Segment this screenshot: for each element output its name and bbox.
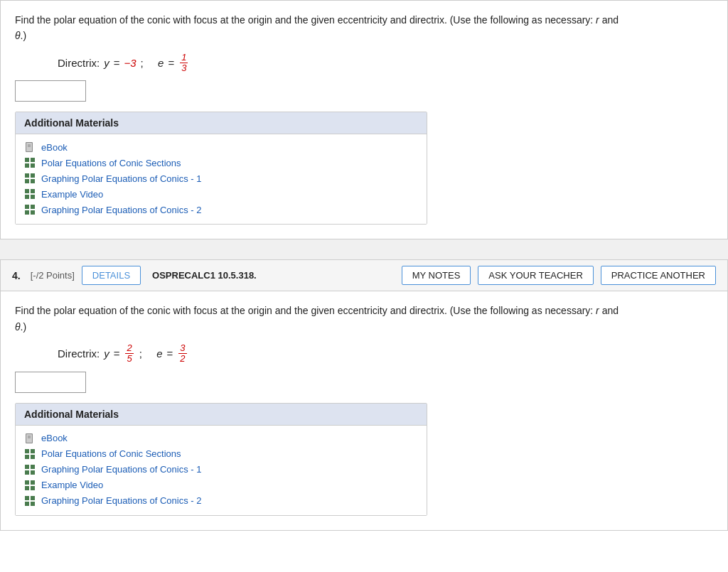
problem3-graphing2-label: Graphing Polar Equations of Conics - 2: [41, 205, 201, 215]
problem4-number: 4.: [12, 270, 21, 281]
my-notes-button[interactable]: MY NOTES: [402, 266, 471, 285]
problem4-ebook-label: eBook: [41, 433, 68, 443]
problem3-resource-polar[interactable]: Polar Equations of Conic Sections: [24, 157, 418, 168]
problem3-e-den: 3: [180, 63, 188, 73]
svg-rect-9: [31, 173, 35, 178]
svg-rect-24: [25, 449, 29, 453]
problem3-polar-label: Polar Equations of Conic Sections: [41, 158, 181, 168]
grid-icon-p4-1: [24, 448, 36, 460]
svg-rect-12: [25, 189, 29, 193]
problem3-resource-ebook[interactable]: eBook: [24, 141, 418, 153]
problem4-text: Find the polar equation of the conic wit…: [15, 303, 713, 335]
svg-rect-21: [26, 434, 32, 443]
problem4-resource-graphing2[interactable]: Graphing Polar Equations of Conics - 2: [24, 495, 418, 507]
problem3-additional-materials: Additional Materials eBook: [15, 112, 427, 225]
page-wrapper: Find the polar equation of the conic wit…: [0, 0, 728, 531]
problem4-directrix-num: 2: [125, 343, 133, 354]
problem4-directrix-den: 5: [125, 354, 133, 364]
problem3-text-part1: Find the polar equation of the conic wit…: [15, 14, 596, 26]
problem4-e-equals: =: [167, 347, 173, 360]
problem4-resource-polar[interactable]: Polar Equations of Conic Sections: [24, 448, 418, 460]
problem4-directrix-label: Directrix:: [58, 347, 100, 360]
problem4-y-eq: y: [104, 347, 109, 360]
problem4-video-label: Example Video: [41, 480, 103, 490]
problem3-video-label: Example Video: [41, 189, 103, 200]
grid-icon-p4-4: [24, 495, 36, 507]
problem4-semicolon: ;: [139, 347, 142, 360]
problem3-y-eq: y: [104, 57, 109, 69]
problem4-e-num: 3: [178, 343, 186, 354]
svg-rect-26: [25, 455, 29, 459]
details-button[interactable]: DETAILS: [82, 266, 141, 285]
problem4-e-label: e: [156, 347, 162, 360]
problem3-graphing1-label: Graphing Polar Equations of Conics - 1: [41, 173, 201, 184]
problem4-code: OSPRECALC1 10.5.318.: [152, 270, 257, 281]
svg-rect-25: [31, 449, 35, 453]
svg-rect-11: [31, 179, 35, 183]
svg-rect-15: [31, 195, 35, 199]
problem3-additional-materials-header: Additional Materials: [16, 112, 427, 134]
svg-rect-4: [25, 158, 29, 162]
problem4-directrix-line: Directrix: y = 2 5 ; e = 3 2: [58, 343, 713, 365]
problem4-end: .): [21, 321, 27, 333]
problem4-directrix-fraction: 2 5: [125, 343, 133, 365]
problem4-resource-video[interactable]: Example Video: [24, 480, 418, 491]
problem3-directrix-label: Directrix:: [58, 57, 100, 69]
problem3-theta: θ: [15, 30, 21, 41]
svg-rect-37: [31, 496, 35, 500]
svg-rect-33: [31, 480, 35, 485]
svg-rect-28: [25, 465, 29, 469]
ebook-icon-p4: [24, 433, 36, 444]
problem4-polar-label: Polar Equations of Conic Sections: [41, 448, 181, 459]
svg-rect-38: [25, 502, 29, 506]
problem4-e-fraction: 3 2: [178, 343, 186, 365]
problem4-section: Find the polar equation of the conic wit…: [0, 291, 728, 530]
svg-rect-18: [25, 210, 29, 215]
problem3-resource-graphing2[interactable]: Graphing Polar Equations of Conics - 2: [24, 204, 418, 215]
problem4-additional-materials-header: Additional Materials: [16, 404, 427, 426]
problem4-graphing2-label: Graphing Polar Equations of Conics - 2: [41, 495, 201, 506]
problem3-answer-input[interactable]: [15, 80, 86, 102]
problem4-equals: =: [114, 347, 120, 360]
ebook-icon: [24, 141, 36, 153]
section-spacer: [0, 239, 728, 259]
problem3-ebook-label: eBook: [41, 142, 68, 153]
svg-rect-10: [25, 179, 29, 183]
problem4-resource-graphing1[interactable]: Graphing Polar Equations of Conics - 1: [24, 464, 418, 475]
practice-another-button[interactable]: PRACTICE ANOTHER: [601, 266, 716, 285]
svg-rect-27: [31, 455, 35, 459]
grid-icon-p4-2: [24, 464, 36, 475]
svg-rect-39: [31, 502, 35, 506]
svg-rect-29: [31, 465, 35, 469]
problem4-resource-ebook[interactable]: eBook: [24, 433, 418, 444]
svg-rect-19: [31, 210, 35, 215]
problem4-additional-materials: Additional Materials eBook: [15, 403, 427, 516]
problem4-e-den: 2: [178, 354, 186, 364]
problem4-graphing1-label: Graphing Polar Equations of Conics - 1: [41, 464, 201, 475]
svg-rect-35: [31, 486, 35, 490]
problem3-e-label: e: [158, 57, 164, 69]
problem3-semicolon: ;: [141, 57, 144, 69]
problem4-and: and: [599, 305, 619, 316]
problem4-answer-input[interactable]: [15, 372, 86, 393]
svg-rect-1: [26, 143, 32, 151]
problem3-end: .): [21, 30, 27, 41]
problem3-e-equals: =: [168, 57, 174, 69]
problem3-text: Find the polar equation of the conic wit…: [15, 12, 713, 44]
svg-rect-7: [31, 163, 35, 168]
problem3-resource-graphing1[interactable]: Graphing Polar Equations of Conics - 1: [24, 173, 418, 184]
grid-icon-2: [24, 173, 36, 184]
problem3-e-fraction: 1 3: [180, 53, 188, 74]
svg-rect-36: [25, 496, 29, 500]
grid-icon-p4-3: [24, 480, 36, 491]
svg-rect-31: [31, 470, 35, 475]
problem3-resource-video[interactable]: Example Video: [24, 188, 418, 200]
problem3-directrix-line: Directrix: y = −3 ; e = 1 3: [58, 53, 713, 74]
ask-teacher-button[interactable]: ASK YOUR TEACHER: [478, 266, 593, 285]
svg-rect-32: [25, 480, 29, 485]
problem4-text-part1: Find the polar equation of the conic wit…: [15, 305, 596, 316]
problem4-points: [-/2 Points]: [31, 270, 75, 281]
svg-rect-5: [31, 158, 35, 162]
svg-rect-34: [25, 486, 29, 490]
problem3-e-num: 1: [180, 53, 188, 63]
